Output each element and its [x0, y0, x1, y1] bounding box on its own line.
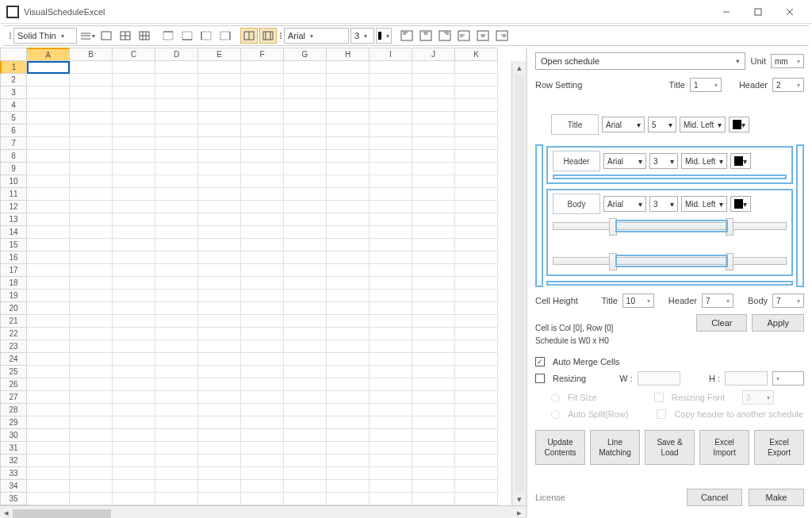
- grid-cell[interactable]: [27, 125, 70, 137]
- grid-cell[interactable]: [370, 302, 412, 315]
- align-mid-center-icon[interactable]: [474, 28, 492, 44]
- grid-cell[interactable]: [284, 150, 327, 163]
- grid-cell[interactable]: [241, 340, 284, 353]
- grid-cell[interactable]: [284, 391, 327, 404]
- grid-cell[interactable]: [155, 137, 198, 150]
- grid-cell[interactable]: [241, 125, 284, 137]
- grid-cell[interactable]: [70, 480, 113, 493]
- grid-cell[interactable]: [27, 137, 70, 150]
- grid-cell[interactable]: [455, 429, 498, 442]
- grid-cell[interactable]: [412, 366, 455, 378]
- column-header[interactable]: B: [70, 48, 113, 61]
- grid-cell[interactable]: [198, 404, 241, 416]
- grid-cell[interactable]: [370, 416, 412, 429]
- align-top-center-icon[interactable]: [417, 28, 435, 44]
- grid-cell[interactable]: [155, 378, 198, 391]
- line-style-dropdown[interactable]: Solid Thin▾: [13, 28, 77, 44]
- row-header[interactable]: 30: [0, 429, 27, 442]
- grid-cell[interactable]: [327, 112, 370, 125]
- grid-cell[interactable]: [455, 416, 498, 429]
- grid-cell[interactable]: [327, 467, 370, 480]
- grid-cell[interactable]: [455, 61, 498, 74]
- grid-cell[interactable]: [155, 112, 198, 125]
- grid-cell[interactable]: [284, 201, 327, 213]
- row-header[interactable]: 29: [0, 416, 27, 429]
- grid-cell[interactable]: [455, 302, 498, 315]
- row-header[interactable]: 3: [0, 86, 27, 99]
- grid-cell[interactable]: [198, 391, 241, 404]
- grid-cell[interactable]: [370, 404, 412, 416]
- grid-cell[interactable]: [412, 391, 455, 404]
- grid-cell[interactable]: [155, 251, 198, 264]
- diagram-row[interactable]: [553, 222, 787, 230]
- cell-height-header-dropdown[interactable]: 7▾: [702, 294, 733, 308]
- grid-cell[interactable]: [70, 213, 113, 226]
- grid-cell[interactable]: [327, 163, 370, 175]
- row-header[interactable]: 2: [0, 74, 27, 86]
- grid-cell[interactable]: [412, 163, 455, 175]
- row-header[interactable]: 35: [0, 493, 27, 505]
- grid-cell[interactable]: [412, 188, 455, 201]
- row-header[interactable]: 25: [0, 366, 27, 378]
- grid-cell[interactable]: [113, 125, 155, 137]
- grid-cell[interactable]: [455, 188, 498, 201]
- border-top-icon[interactable]: [159, 28, 177, 44]
- grid-cell[interactable]: [198, 125, 241, 137]
- grid-cell[interactable]: [241, 442, 284, 455]
- grid-cell[interactable]: [455, 277, 498, 290]
- grid-cell[interactable]: [241, 429, 284, 442]
- grid-cell[interactable]: [455, 467, 498, 480]
- grid-cell[interactable]: [327, 302, 370, 315]
- grid-cell[interactable]: [198, 188, 241, 201]
- grid-cell[interactable]: [241, 391, 284, 404]
- grid-cell[interactable]: [70, 429, 113, 442]
- grid-cell[interactable]: [455, 150, 498, 163]
- row-header[interactable]: 20: [0, 302, 27, 315]
- grid-cell[interactable]: [455, 340, 498, 353]
- grid-cell[interactable]: [284, 366, 327, 378]
- grid-cell[interactable]: [113, 137, 155, 150]
- grid-cell[interactable]: [327, 366, 370, 378]
- grid-cell[interactable]: [284, 480, 327, 493]
- grid-cell[interactable]: [241, 493, 284, 505]
- grid-cell[interactable]: [113, 429, 155, 442]
- grid-cell[interactable]: [198, 277, 241, 290]
- column-header[interactable]: G: [284, 48, 327, 61]
- body-color-dropdown[interactable]: ▾: [730, 196, 751, 212]
- row-header[interactable]: 11: [0, 188, 27, 201]
- row-header[interactable]: 1: [0, 61, 27, 74]
- grid-cell[interactable]: [241, 315, 284, 328]
- grid-cell[interactable]: [455, 442, 498, 455]
- grid-cell[interactable]: [198, 302, 241, 315]
- grid-cell[interactable]: [198, 480, 241, 493]
- grid-cell[interactable]: [155, 264, 198, 277]
- grid-cell[interactable]: [327, 239, 370, 251]
- grid-cell[interactable]: [370, 480, 412, 493]
- grid-cell[interactable]: [155, 480, 198, 493]
- grid-cell[interactable]: [155, 467, 198, 480]
- grid-cell[interactable]: [412, 213, 455, 226]
- grid-cell[interactable]: [327, 353, 370, 366]
- grid-cell[interactable]: [241, 264, 284, 277]
- grid-cell[interactable]: [198, 61, 241, 74]
- grid-cell[interactable]: [412, 290, 455, 302]
- grid-cell[interactable]: [455, 239, 498, 251]
- grid-cell[interactable]: [113, 150, 155, 163]
- grid-cell[interactable]: [455, 493, 498, 505]
- grid-cell[interactable]: [113, 480, 155, 493]
- grid-cell[interactable]: [327, 188, 370, 201]
- line-width-dropdown[interactable]: ▾: [79, 28, 96, 44]
- grid-cell[interactable]: [412, 201, 455, 213]
- grid-cell[interactable]: [70, 353, 113, 366]
- header-size-dropdown[interactable]: 3▾: [649, 153, 678, 169]
- title-color-dropdown[interactable]: ▾: [729, 117, 749, 132]
- row-header[interactable]: 17: [0, 264, 27, 277]
- vertical-scrollbar[interactable]: ▴ ▾: [511, 61, 526, 505]
- grid-cell[interactable]: [155, 188, 198, 201]
- grid-cell[interactable]: [155, 86, 198, 99]
- grid-cell[interactable]: [370, 328, 412, 340]
- grid-cell[interactable]: [241, 239, 284, 251]
- grid-cell[interactable]: [198, 493, 241, 505]
- grid-cell[interactable]: [113, 239, 155, 251]
- grid-cell[interactable]: [284, 86, 327, 99]
